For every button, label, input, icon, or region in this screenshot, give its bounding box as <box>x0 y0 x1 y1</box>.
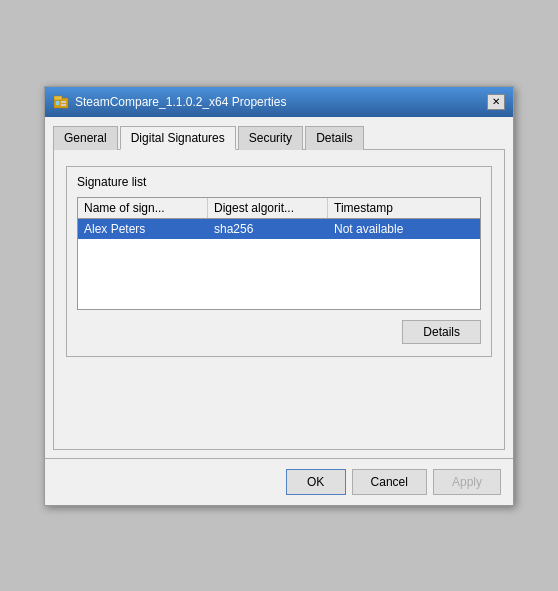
window-icon <box>53 94 69 110</box>
window-title: SteamCompare_1.1.0.2_x64 Properties <box>75 95 286 109</box>
svg-rect-3 <box>61 101 66 103</box>
svg-rect-2 <box>56 101 59 105</box>
group-box-label: Signature list <box>77 175 481 189</box>
properties-window: SteamCompare_1.1.0.2_x64 Properties ✕ Ge… <box>44 86 514 506</box>
tab-security[interactable]: Security <box>238 126 303 150</box>
cancel-button[interactable]: Cancel <box>352 469 427 495</box>
tab-bar: General Digital Signatures Security Deta… <box>53 125 505 150</box>
title-bar-left: SteamCompare_1.1.0.2_x64 Properties <box>53 94 286 110</box>
signature-list-group: Signature list Name of sign... Digest al… <box>66 166 492 357</box>
ok-button[interactable]: OK <box>286 469 346 495</box>
table-body: Alex Peters sha256 Not available <box>78 219 480 309</box>
cell-digest: sha256 <box>208 219 328 239</box>
bottom-bar: OK Cancel Apply <box>45 458 513 505</box>
apply-button[interactable]: Apply <box>433 469 501 495</box>
cell-name: Alex Peters <box>78 219 208 239</box>
svg-rect-4 <box>61 104 66 106</box>
tab-digital-signatures[interactable]: Digital Signatures <box>120 126 236 150</box>
signature-table-container: Name of sign... Digest algorit... Timest… <box>77 197 481 310</box>
tab-general[interactable]: General <box>53 126 118 150</box>
details-btn-row: Details <box>77 320 481 344</box>
table-header: Name of sign... Digest algorit... Timest… <box>78 198 480 219</box>
column-header-digest: Digest algorit... <box>208 198 328 218</box>
tab-details[interactable]: Details <box>305 126 364 150</box>
window-content: General Digital Signatures Security Deta… <box>45 117 513 458</box>
title-bar: SteamCompare_1.1.0.2_x64 Properties ✕ <box>45 87 513 117</box>
close-button[interactable]: ✕ <box>487 94 505 110</box>
details-button[interactable]: Details <box>402 320 481 344</box>
title-bar-controls: ✕ <box>487 94 505 110</box>
svg-rect-1 <box>54 96 62 100</box>
column-header-timestamp: Timestamp <box>328 198 480 218</box>
column-header-name: Name of sign... <box>78 198 208 218</box>
cell-timestamp: Not available <box>328 219 480 239</box>
table-row[interactable]: Alex Peters sha256 Not available <box>78 219 480 239</box>
tab-panel-digital-signatures: Signature list Name of sign... Digest al… <box>53 150 505 450</box>
